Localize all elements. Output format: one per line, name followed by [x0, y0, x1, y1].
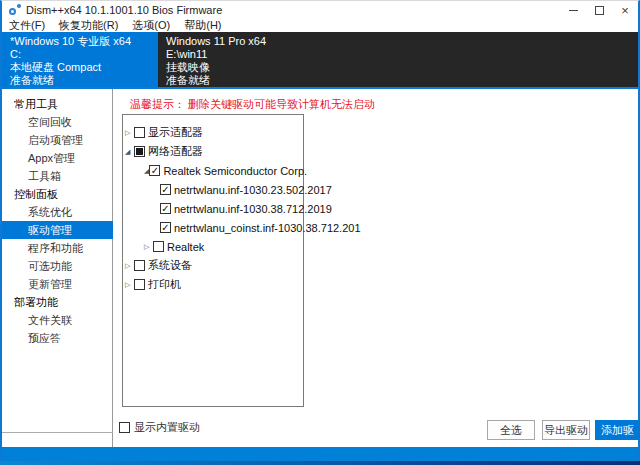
tree-item-label: Realtek Semiconductor Corp.: [163, 165, 307, 177]
checkbox-unchecked[interactable]: [153, 241, 164, 252]
checkbox-unchecked[interactable]: [134, 127, 145, 138]
status: 准备就绪: [166, 74, 630, 87]
desktop-edge: [0, 461, 640, 465]
tree-item-label: Realtek: [167, 241, 204, 253]
expander-collapsed-icon[interactable]: ▷: [125, 261, 134, 270]
sidebar-item-system-optimization[interactable]: 系统优化: [2, 203, 113, 221]
tree-item[interactable]: ◢ ✓ Realtek Semiconductor Corp.: [123, 161, 303, 180]
sidebar-group-control-panel: 控制面板: [2, 185, 113, 203]
disk-type: 本地硬盘 Compact: [10, 61, 150, 74]
sidebar-item-appx-manager[interactable]: Appx管理: [2, 149, 113, 167]
driver-manager-panel: 温馨提示： 删除关键驱动可能导致计算机无法启动 ▷ 显示适配器 ◢ 网络适配器 …: [114, 89, 638, 447]
mount-type: 挂载映像: [166, 61, 630, 74]
mount-path: E:\win11: [166, 48, 630, 61]
tree-item[interactable]: ✓ netrtwlanu_coinst.inf-1030.38.712.201: [123, 218, 303, 237]
status-bar: [2, 447, 638, 462]
checkbox-checked[interactable]: ✓: [160, 222, 171, 233]
menu-options[interactable]: 选项(O): [125, 18, 177, 33]
select-all-button[interactable]: 全选: [487, 420, 535, 440]
tree-item[interactable]: ✓ netrtwlanu.inf-1030.38.712.2019: [123, 199, 303, 218]
expander-collapsed-icon[interactable]: ▷: [125, 128, 134, 137]
close-icon: ×: [621, 4, 629, 17]
app-window: Dism++x64 10.1.1001.10 Bios Firmware × 文…: [0, 0, 640, 465]
menu-recovery[interactable]: 恢复功能(R): [52, 18, 125, 33]
close-button[interactable]: ×: [612, 1, 638, 19]
status: 准备就绪: [10, 74, 150, 87]
show-builtin-drivers[interactable]: 显示内置驱动: [119, 420, 200, 435]
drive: C:: [10, 48, 150, 61]
minimize-icon: [569, 10, 578, 11]
menubar: 文件(F) 恢复功能(R) 选项(O) 帮助(H): [2, 19, 638, 32]
sidebar-group-common-tools: 常用工具: [2, 95, 113, 113]
tree-item[interactable]: ✓ netrtwlanu.inf-1030.23.502.2017: [123, 180, 303, 199]
sidebar-group-deployment: 部署功能: [2, 293, 113, 311]
tree-item-label: netrtwlanu_coinst.inf-1030.38.712.201: [174, 222, 361, 234]
os-name: *Windows 10 专业版 x64: [10, 35, 150, 48]
sidebar: 常用工具 空间回收 启动项管理 Appx管理 工具箱 控制面板 系统优化 驱动管…: [2, 89, 113, 447]
checkbox-indeterminate[interactable]: [134, 146, 145, 157]
tree-item-label: 打印机: [148, 277, 181, 292]
sidebar-item-startup-manager[interactable]: 启动项管理: [2, 131, 113, 149]
tree-item[interactable]: ▷ Realtek: [123, 237, 303, 256]
checkbox-checked[interactable]: ✓: [160, 203, 171, 214]
maximize-icon: [595, 6, 604, 15]
checkbox-unchecked[interactable]: [134, 260, 145, 271]
tree-item[interactable]: ▷ 打印机: [123, 275, 303, 294]
checkbox-unchecked[interactable]: [119, 422, 130, 433]
tree-item[interactable]: ◢ 网络适配器: [123, 142, 303, 161]
sidebar-item-toolbox[interactable]: 工具箱: [2, 167, 113, 185]
warning-text: 温馨提示： 删除关键驱动可能导致计算机无法启动: [130, 97, 375, 112]
checkbox-checked[interactable]: ✓: [160, 184, 171, 195]
tree-item[interactable]: ▷ 系统设备: [123, 256, 303, 275]
os-name: Windows 11 Pro x64: [166, 35, 630, 48]
menu-help[interactable]: 帮助(H): [177, 18, 228, 33]
checkbox-unchecked[interactable]: [134, 279, 145, 290]
tree-item-label: netrtwlanu.inf-1030.38.712.2019: [174, 203, 332, 215]
maximize-button[interactable]: [586, 1, 612, 19]
sidebar-item-update-manager[interactable]: 更新管理: [2, 275, 113, 293]
checkbox-checked[interactable]: ✓: [149, 165, 160, 176]
tree-item-label: netrtwlanu.inf-1030.23.502.2017: [174, 184, 332, 196]
image-panel-local[interactable]: *Windows 10 专业版 x64 C: 本地硬盘 Compact 准备就绪: [2, 32, 158, 87]
window-controls: ×: [560, 1, 638, 19]
driver-tree: ▷ 显示适配器 ◢ 网络适配器 ◢ ✓ Realtek Semiconducto…: [122, 114, 304, 407]
tree-item-label: 显示适配器: [148, 125, 203, 140]
sidebar-divider: [2, 432, 113, 433]
menu-file[interactable]: 文件(F): [2, 18, 52, 33]
window-title: Dism++x64 10.1.1001.10 Bios Firmware: [26, 4, 222, 16]
sidebar-item-driver-manager[interactable]: 驱动管理: [2, 221, 113, 239]
tree-item-label: 网络适配器: [148, 144, 203, 159]
screen: Dism++x64 10.1.1001.10 Bios Firmware × 文…: [0, 0, 640, 465]
sidebar-item-programs-features[interactable]: 程序和功能: [2, 239, 113, 257]
main-area: 常用工具 空间回收 启动项管理 Appx管理 工具箱 控制面板 系统优化 驱动管…: [2, 89, 638, 447]
sidebar-item-file-association[interactable]: 文件关联: [2, 311, 113, 329]
sidebar-item-unattend[interactable]: 预应答: [2, 329, 113, 347]
expander-collapsed-icon[interactable]: ▷: [144, 242, 153, 251]
sidebar-item-space-recovery[interactable]: 空间回收: [2, 113, 113, 131]
titlebar: Dism++x64 10.1.1001.10 Bios Firmware ×: [2, 1, 638, 19]
tree-item-label: 系统设备: [148, 258, 192, 273]
tree-item[interactable]: ▷ 显示适配器: [123, 123, 303, 142]
show-builtin-label: 显示内置驱动: [134, 420, 200, 435]
expander-collapsed-icon[interactable]: ▷: [125, 280, 134, 289]
sidebar-item-optional-features[interactable]: 可选功能: [2, 257, 113, 275]
add-drivers-button[interactable]: 添加驱动: [595, 420, 640, 440]
minimize-button[interactable]: [560, 1, 586, 19]
expander-expanded-icon[interactable]: ◢: [125, 147, 134, 156]
app-logo-icon: [9, 4, 22, 16]
image-panels: *Windows 10 专业版 x64 C: 本地硬盘 Compact 准备就绪…: [2, 32, 638, 87]
image-panel-mounted[interactable]: Windows 11 Pro x64 E:\win11 挂载映像 准备就绪: [158, 32, 638, 87]
export-drivers-button[interactable]: 导出驱动: [542, 420, 590, 440]
